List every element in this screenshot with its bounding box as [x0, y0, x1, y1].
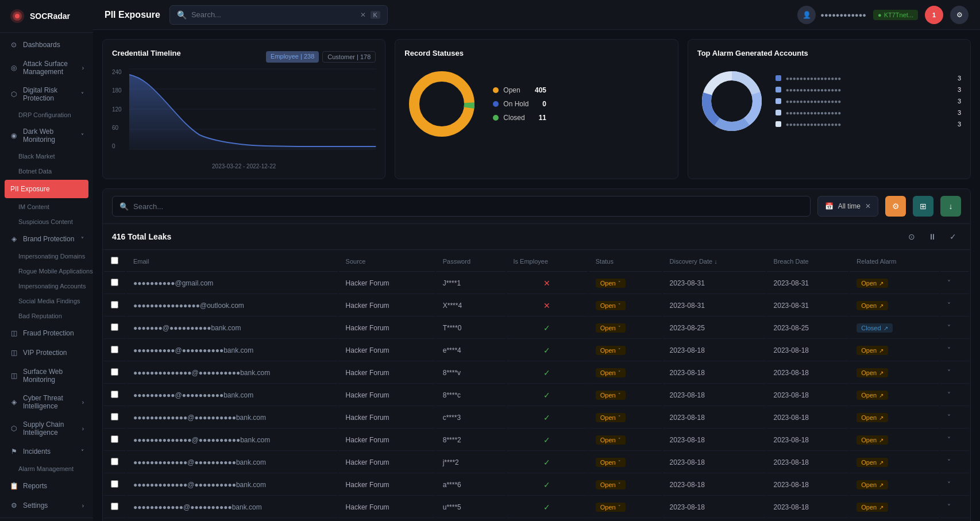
time-filter-button[interactable]: 📅 All time ✕ [817, 196, 878, 217]
source-column-header[interactable]: Source [339, 251, 435, 272]
status-cell-1[interactable]: Open ˅ [589, 295, 662, 317]
status-badge-3[interactable]: Open ˅ [596, 346, 626, 355]
expand-row-icon-3[interactable]: ˅ [947, 346, 951, 354]
sidebar-item-dashboards[interactable]: ⊙ Dashboards [0, 35, 93, 55]
select-all-header[interactable] [104, 251, 125, 272]
pause-button[interactable]: ⏸ [924, 229, 940, 245]
expand-cell-1[interactable]: ˅ [940, 295, 969, 317]
alarm-link-9[interactable]: Open ↗ [856, 480, 888, 489]
alarm-cell-9[interactable]: Open ↗ [850, 474, 939, 496]
alarm-link-10[interactable]: Open ↗ [856, 503, 888, 512]
status-badge-0[interactable]: Open ˅ [596, 279, 626, 288]
expand-row-icon-4[interactable]: ˅ [947, 369, 951, 377]
filter-button[interactable]: ⚙ [885, 196, 906, 217]
row-select-10[interactable] [111, 503, 118, 510]
status-badge-1[interactable]: Open ˅ [596, 301, 626, 310]
row-checkbox-7[interactable] [104, 430, 125, 451]
expand-row-icon-9[interactable]: ˅ [947, 481, 951, 489]
row-checkbox-8[interactable] [104, 452, 125, 473]
sidebar-item-incidents[interactable]: ⚑ Incidents ˅ [0, 442, 93, 461]
row-select-6[interactable] [111, 413, 118, 420]
password-column-header[interactable]: Password [436, 251, 506, 272]
row-checkbox-5[interactable] [104, 385, 125, 406]
row-select-8[interactable] [111, 458, 118, 465]
close-search-icon[interactable]: ✕ [360, 11, 366, 19]
email-column-header[interactable]: Email [126, 251, 338, 272]
alarm-cell-10[interactable]: Open ↗ [850, 497, 939, 518]
alarm-cell-1[interactable]: Open ↗ [850, 295, 939, 317]
status-badge-10[interactable]: Open ˅ [596, 503, 626, 512]
alarm-cell-2[interactable]: Closed ↗ [850, 318, 939, 339]
sidebar-item-fraud-protection[interactable]: ◫ Fraud Protection [0, 323, 93, 343]
discovery-date-column-header[interactable]: Discovery Date ↓ [663, 251, 766, 272]
status-cell-0[interactable]: Open ˅ [589, 273, 662, 294]
expand-row-icon-6[interactable]: ˅ [947, 414, 951, 422]
breach-date-column-header[interactable]: Breach Date [767, 251, 849, 272]
settings-header-button[interactable]: ⚙ [950, 6, 969, 24]
global-search[interactable]: 🔍 ✕ K [169, 5, 388, 25]
sidebar-collapse-button[interactable]: « [0, 518, 93, 521]
sidebar-item-suspicious-content[interactable]: Suspicious Content [0, 214, 93, 229]
status-badge-8[interactable]: Open ˅ [596, 458, 626, 467]
sidebar-item-dark-web[interactable]: ◉ Dark Web Monitoring ˅ [0, 122, 93, 149]
row-checkbox-0[interactable] [104, 273, 125, 294]
row-select-4[interactable] [111, 368, 118, 376]
sidebar-item-attack-surface[interactable]: ◎ Attack Surface Management › [0, 55, 93, 81]
sidebar-item-black-market[interactable]: Black Market [0, 149, 93, 164]
check-all-button[interactable]: ✓ [945, 229, 961, 245]
expand-cell-7[interactable]: ˅ [940, 430, 969, 451]
sidebar-item-social-media[interactable]: Social Media Findings [0, 294, 93, 308]
expand-cell-9[interactable]: ˅ [940, 474, 969, 496]
status-cell-8[interactable]: Open ˅ [589, 452, 662, 473]
sidebar-item-settings[interactable]: ⚙ Settings › [0, 496, 93, 515]
expand-row-icon-1[interactable]: ˅ [947, 302, 951, 310]
related-alarm-column-header[interactable]: Related Alarm [850, 251, 939, 272]
expand-cell-4[interactable]: ˅ [940, 362, 969, 384]
row-checkbox-1[interactable] [104, 295, 125, 317]
status-cell-10[interactable]: Open ˅ [589, 497, 662, 518]
sidebar-item-supply-chain[interactable]: ⬡ Supply Chain Intelligence › [0, 415, 93, 442]
row-checkbox-4[interactable] [104, 362, 125, 384]
sidebar-item-alarm-mgmt[interactable]: Alarm Management [0, 461, 93, 476]
status-badge-7[interactable]: Open ˅ [596, 435, 626, 445]
alarm-link-5[interactable]: Open ↗ [856, 391, 888, 400]
alarm-link-6[interactable]: Open ↗ [856, 413, 888, 422]
select-all-checkbox[interactable] [111, 257, 118, 264]
table-search-input[interactable] [133, 202, 803, 211]
alarm-cell-3[interactable]: Open ↗ [850, 340, 939, 361]
filter-rows-button[interactable]: ⊙ [904, 229, 920, 245]
sidebar-item-impersonating-domains[interactable]: Impersonating Domains [0, 249, 93, 264]
expand-cell-6[interactable]: ˅ [940, 407, 969, 429]
expand-cell-8[interactable]: ˅ [940, 452, 969, 473]
alarm-link-8[interactable]: Open ↗ [856, 458, 888, 467]
expand-cell-2[interactable]: ˅ [940, 318, 969, 339]
sidebar-item-brand-protection[interactable]: ◈ Brand Protection ˅ [0, 229, 93, 249]
alarm-link-2[interactable]: Closed ↗ [856, 323, 892, 333]
expand-cell-10[interactable]: ˅ [940, 497, 969, 518]
is-employee-column-header[interactable]: Is Employee [507, 251, 588, 272]
sidebar-item-reports[interactable]: 📋 Reports [0, 476, 93, 496]
expand-row-icon-10[interactable]: ˅ [947, 503, 951, 511]
status-column-header[interactable]: Status [589, 251, 662, 272]
sidebar-item-pii-exposure[interactable]: PII Exposure [5, 180, 88, 198]
search-input[interactable] [191, 10, 356, 19]
status-badge-9[interactable]: Open ˅ [596, 480, 626, 489]
status-cell-7[interactable]: Open ˅ [589, 430, 662, 451]
expand-cell-3[interactable]: ˅ [940, 340, 969, 361]
status-badge-6[interactable]: Open ˅ [596, 413, 626, 422]
columns-button[interactable]: ⊞ [913, 196, 933, 217]
row-select-1[interactable] [111, 301, 118, 308]
employee-tab[interactable]: Employee | 238 [266, 51, 319, 63]
alarm-link-0[interactable]: Open ↗ [856, 279, 888, 288]
sidebar-item-botnet-data[interactable]: Botnet Data [0, 164, 93, 179]
status-cell-4[interactable]: Open ˅ [589, 362, 662, 384]
row-select-2[interactable] [111, 323, 118, 331]
alarm-link-3[interactable]: Open ↗ [856, 346, 888, 355]
sidebar-item-bad-reputation[interactable]: Bad Reputation [0, 308, 93, 323]
alarm-cell-8[interactable]: Open ↗ [850, 452, 939, 473]
alarm-cell-0[interactable]: Open ↗ [850, 273, 939, 294]
customer-tab[interactable]: Customer | 178 [322, 51, 376, 63]
sidebar-item-cyber-threat[interactable]: ◈ Cyber Threat Intelligence › [0, 389, 93, 415]
row-select-3[interactable] [111, 346, 118, 353]
status-cell-5[interactable]: Open ˅ [589, 385, 662, 406]
